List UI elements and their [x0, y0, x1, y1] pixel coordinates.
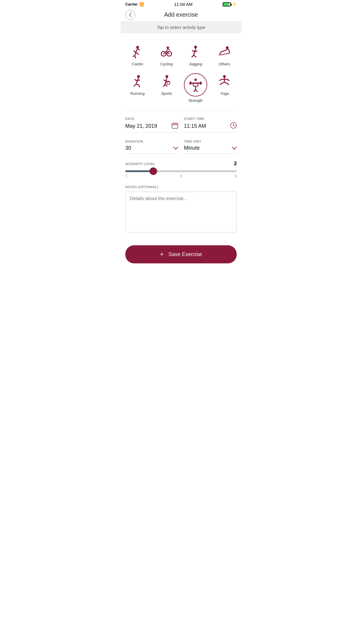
slider-mid-label: 5	[180, 174, 182, 178]
time-unit-value[interactable]: Minute	[184, 145, 200, 151]
notes-section: NOTES (OPTIONAL)	[121, 185, 241, 241]
activity-yoga-label: Yoga	[220, 91, 229, 96]
intensity-label: INTENSITY LEVEL	[125, 162, 155, 166]
battery-icon	[223, 2, 231, 6]
subtitle-bar: Tap to select activity type	[121, 21, 241, 33]
date-field: DATE May 21, 2019	[125, 117, 178, 133]
svg-line-37	[233, 125, 235, 126]
activity-grid: Cardio Cycling	[121, 33, 241, 108]
duration-chevron-icon[interactable]	[173, 146, 178, 150]
svg-rect-24	[189, 82, 191, 85]
page-title: Add exercise	[164, 11, 198, 18]
svg-line-3	[138, 49, 139, 50]
start-time-field: START TIME 11:15 AM	[184, 117, 237, 133]
wifi-icon: 📶	[140, 2, 144, 6]
svg-line-7	[135, 56, 136, 58]
activity-others-label: Others	[219, 62, 230, 66]
status-time: 11:04 AM	[174, 2, 192, 7]
activity-cardio-label: Cardio	[132, 62, 143, 66]
activity-cycling[interactable]: Cycling	[152, 40, 181, 70]
activity-sports-label: Sports	[161, 91, 172, 96]
activity-strength-label: Strength	[188, 98, 203, 103]
lightning-icon: ⚡	[232, 2, 237, 6]
status-bar: Carrier 📶 11:04 AM ⚡	[121, 0, 241, 8]
activity-strength-circle	[184, 73, 207, 97]
activity-strength[interactable]: Strength	[181, 70, 210, 106]
duration-field: DURATION 30	[125, 140, 178, 154]
svg-line-4	[135, 52, 136, 56]
slider-min-label: 1	[125, 174, 127, 178]
time-unit-chevron-icon[interactable]	[232, 145, 237, 151]
svg-point-22	[194, 78, 197, 81]
duration-value[interactable]: 30	[125, 145, 131, 151]
activity-sports[interactable]: Sports	[152, 70, 181, 106]
header: Add exercise	[121, 8, 241, 21]
date-time-row: DATE May 21, 2019 START TIME 11:15 AM	[125, 117, 237, 133]
svg-line-15	[194, 52, 194, 55]
notes-input[interactable]	[125, 192, 237, 232]
activity-jogging[interactable]: Jogging	[181, 40, 210, 70]
slider-labels: 1 5 9	[125, 174, 237, 178]
status-battery: ⚡	[223, 2, 237, 6]
intensity-slider[interactable]	[125, 170, 237, 172]
clock-icon[interactable]	[230, 122, 237, 130]
svg-line-17	[194, 55, 196, 57]
slider-track	[125, 170, 237, 172]
form-section: DATE May 21, 2019 START TIME 11:15 AM	[121, 117, 241, 154]
calendar-icon[interactable]	[172, 122, 178, 130]
svg-line-5	[136, 52, 138, 54]
status-carrier: Carrier 📶	[125, 2, 144, 6]
time-unit-field: TIME UNIT Minute	[184, 140, 237, 154]
intensity-section: INTENSITY LEVEL 3 1 5 9	[121, 161, 241, 185]
activity-yoga[interactable]: Yoga	[210, 70, 239, 106]
activity-cycling-label: Cycling	[160, 62, 173, 66]
svg-line-1	[136, 49, 137, 52]
slider-max-label: 9	[235, 174, 237, 178]
save-exercise-button[interactable]: + Save Exercise	[125, 245, 237, 263]
activity-jogging-label: Jogging	[189, 62, 202, 66]
back-button[interactable]	[125, 10, 135, 20]
save-button-label: Save Exercise	[168, 251, 202, 258]
activity-cardio[interactable]: Cardio	[123, 40, 152, 70]
date-value[interactable]: May 21, 2019	[125, 123, 157, 129]
intensity-value: 3	[234, 161, 237, 167]
duration-unit-row: DURATION 30 TIME UNIT Minute	[125, 140, 237, 154]
svg-rect-25	[200, 82, 201, 85]
section-divider	[125, 111, 237, 111]
activity-running-label: Running	[131, 91, 145, 96]
notes-label: NOTES (OPTIONAL)	[125, 185, 237, 189]
activity-others[interactable]: Others	[210, 40, 239, 70]
activity-running[interactable]: Running	[123, 70, 152, 106]
svg-rect-23	[190, 83, 201, 84]
svg-line-28	[196, 90, 197, 92]
slider-thumb[interactable]	[150, 167, 157, 175]
start-time-value[interactable]: 11:15 AM	[184, 123, 206, 129]
svg-rect-31	[172, 123, 178, 128]
plus-icon: +	[160, 251, 164, 258]
